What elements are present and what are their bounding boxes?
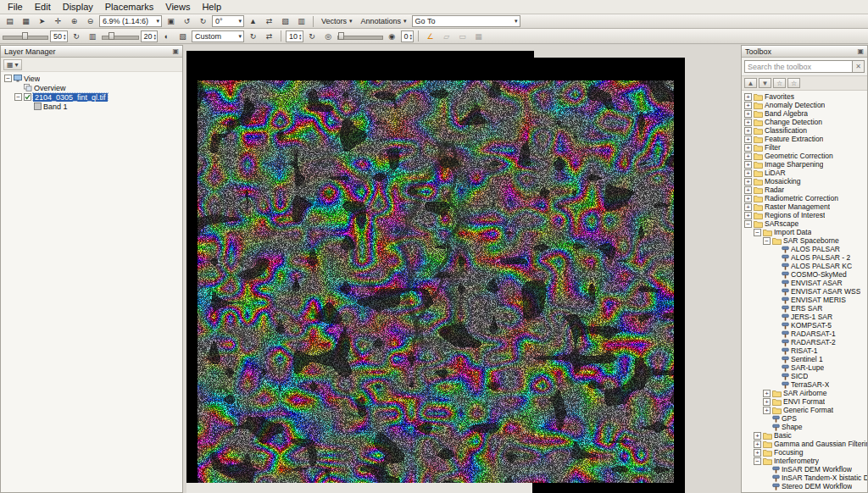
zoom-level-combo[interactable]: 6.9% (1.14:6)▾ — [99, 15, 162, 27]
angle-measure-icon[interactable]: ∠ — [423, 30, 437, 42]
menu-item-edit[interactable]: Edit — [29, 1, 57, 13]
toolbox-item[interactable]: +Mosaicking — [742, 177, 867, 186]
brightness-spin[interactable]: 50▴▾ — [50, 30, 68, 42]
fit-view-icon[interactable]: ▣ — [164, 15, 178, 27]
open-file-icon[interactable]: ▤ — [3, 15, 17, 27]
expand-icon[interactable]: + — [744, 93, 752, 101]
panel-pin-icon[interactable]: ▣ — [172, 47, 179, 55]
toolbox-search-input[interactable] — [744, 60, 853, 73]
rotation-combo[interactable]: 0°▾ — [212, 15, 244, 27]
chart-icon[interactable]: ▥ — [294, 15, 309, 27]
rotate-left-icon[interactable]: ↺ — [180, 15, 194, 27]
toolbox-item[interactable]: +Focusing — [742, 448, 867, 457]
brightness-slider[interactable] — [3, 30, 48, 42]
slider-handle[interactable] — [108, 32, 114, 40]
sharpen-slider[interactable] — [102, 30, 139, 42]
collapse-icon[interactable]: − — [763, 237, 771, 245]
sar-image-canvas[interactable] — [198, 80, 674, 483]
collapse-icon[interactable]: − — [14, 93, 22, 101]
toolbox-item[interactable]: RADARSAT-2 — [742, 338, 867, 346]
goto-combo[interactable]: Go To▾ — [412, 15, 520, 27]
toolbox-item[interactable]: −SARscape — [742, 219, 867, 228]
toolbox-item[interactable]: Stereo DEM Workflow — [742, 482, 867, 490]
opacity-icon[interactable]: ◎ — [321, 30, 336, 42]
toolbox-item[interactable]: SICD — [742, 372, 867, 380]
toolbox-item[interactable]: +Favorites — [742, 92, 867, 101]
toolbox-item[interactable]: +Classification — [742, 126, 867, 135]
layers-menu-button[interactable]: ▦▾ — [3, 59, 22, 70]
collapse-icon[interactable]: − — [744, 220, 752, 228]
menu-item-help[interactable]: Help — [196, 1, 227, 13]
layer-stack-icon[interactable]: ▧ — [278, 15, 292, 27]
layer-item[interactable]: Band 1 — [1, 102, 182, 111]
expand-icon[interactable]: + — [744, 169, 752, 177]
transparency-slider[interactable] — [337, 30, 383, 42]
toolbox-item[interactable]: GPS — [742, 414, 867, 423]
expand-icon[interactable]: + — [744, 178, 752, 186]
toolbox-item[interactable]: +Regions of Interest — [742, 211, 867, 219]
collapse-all-icon[interactable]: ▲ — [744, 78, 757, 88]
toolbox-item[interactable]: ENVISAT ASAR — [742, 279, 867, 287]
expand-icon[interactable]: + — [744, 195, 752, 202]
menu-item-display[interactable]: Display — [57, 1, 99, 13]
expand-icon[interactable]: + — [763, 390, 771, 397]
expand-icon[interactable]: + — [744, 102, 752, 109]
expand-icon[interactable]: + — [744, 212, 752, 219]
expand-icon[interactable]: + — [763, 407, 771, 414]
auto-adjust-icon[interactable]: ▥ — [86, 30, 100, 42]
expand-icon[interactable]: + — [744, 161, 752, 169]
sharpen-spin[interactable]: 20▴▾ — [141, 30, 159, 42]
expand-icon[interactable]: + — [754, 449, 761, 457]
toolbox-item[interactable]: +Generic Format — [742, 406, 867, 414]
toolbox-item[interactable]: +Radiometric Correction — [742, 194, 867, 202]
stretch-combo[interactable]: Custom▾ — [192, 30, 244, 42]
pan-crosshair-icon[interactable]: ✛ — [51, 15, 65, 27]
toolbox-item[interactable]: −SAR Spaceborne — [742, 236, 867, 245]
expand-icon[interactable]: + — [744, 144, 752, 152]
expand-icon[interactable]: + — [763, 398, 771, 406]
checkbox-icon[interactable] — [24, 93, 31, 101]
toolbox-item[interactable]: +Feature Extraction — [742, 135, 867, 143]
panel-pin-icon[interactable]: ▣ — [857, 47, 864, 55]
spin-down-icon[interactable]: ▾ — [299, 36, 302, 40]
spin-down-icon[interactable]: ▾ — [64, 36, 66, 40]
toolbox-item[interactable]: TerraSAR-X — [742, 380, 867, 389]
toolbox-item[interactable]: +Change Detection — [742, 118, 867, 126]
toolbox-item[interactable]: ALOS PALSAR - 2 — [742, 253, 867, 262]
clear-search-icon[interactable]: ✕ — [853, 60, 865, 73]
toolbox-item[interactable]: RISAT-1 — [742, 346, 867, 355]
transparency-spin[interactable]: 0▴▾ — [401, 30, 415, 42]
toolbox-item[interactable]: ENVISAT ASAR WSS — [742, 287, 867, 296]
expand-icon[interactable]: + — [744, 136, 752, 143]
reset-brightness-icon[interactable]: ↻ — [70, 30, 84, 42]
toolbox-item[interactable]: −Interferometry — [742, 457, 867, 465]
toolbox-item[interactable]: +LiDAR — [742, 169, 867, 177]
toolbox-item[interactable]: +Band Algebra — [742, 109, 867, 118]
menu-item-placemarks[interactable]: Placemarks — [99, 1, 159, 13]
toolbox-item[interactable]: +ENVI Format — [742, 397, 867, 406]
expand-icon[interactable]: + — [754, 440, 761, 448]
rotate-right-icon[interactable]: ↻ — [196, 15, 210, 27]
link-views-icon[interactable]: ⇄ — [262, 30, 276, 42]
toolbox-item[interactable]: SAR-Lupe — [742, 363, 867, 372]
collapse-icon[interactable]: − — [754, 457, 761, 465]
toolbox-item[interactable]: RADARSAT-1 — [742, 330, 867, 338]
smoothing-spin[interactable]: 10▴▾ — [286, 30, 303, 42]
refresh-smoothing-icon[interactable]: ↻ — [305, 30, 320, 42]
toolbox-item[interactable]: +Filter — [742, 143, 867, 152]
expand-icon[interactable]: + — [744, 203, 752, 211]
refresh-stretch-icon[interactable]: ↻ — [246, 30, 260, 42]
collapse-icon[interactable]: − — [754, 229, 761, 236]
toolbox-item[interactable]: Shape — [742, 423, 867, 431]
toolbox-item[interactable]: COSMO-SkyMed — [742, 270, 867, 279]
toolbox-item[interactable]: KOMPSAT-5 — [742, 321, 867, 330]
expand-icon[interactable]: + — [744, 119, 752, 126]
vectors-dropdown[interactable]: Vectors▾ — [318, 15, 356, 28]
contrast-icon[interactable]: ◐ — [159, 30, 174, 42]
toolbox-item[interactable]: +Geometric Correction — [742, 152, 867, 160]
toolbox-item[interactable]: InSAR Tandem-X bistatic DEM W — [742, 474, 867, 482]
expand-icon[interactable]: + — [744, 186, 752, 194]
layer-item[interactable]: −View — [1, 74, 182, 83]
toolbox-item[interactable]: ERS SAR — [742, 304, 867, 313]
expand-icon[interactable]: + — [754, 432, 761, 440]
